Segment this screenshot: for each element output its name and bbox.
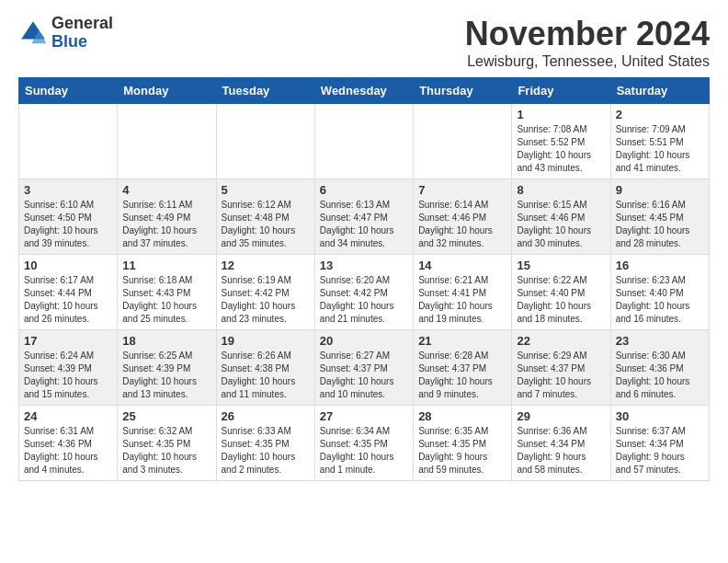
day-number: 16 <box>616 259 704 272</box>
calendar-cell: 1Sunrise: 7:08 AM Sunset: 5:52 PM Daylig… <box>512 104 610 179</box>
weekday-header-tuesday: Tuesday <box>216 78 314 104</box>
calendar-cell: 27Sunrise: 6:34 AM Sunset: 4:35 PM Dayli… <box>314 406 413 481</box>
day-number: 28 <box>418 409 506 423</box>
day-info: Sunrise: 6:26 AM Sunset: 4:38 PM Dayligh… <box>222 350 310 401</box>
calendar-cell: 28Sunrise: 6:35 AM Sunset: 4:35 PM Dayli… <box>414 406 512 481</box>
day-info: Sunrise: 6:37 AM Sunset: 4:34 PM Dayligh… <box>616 425 704 477</box>
weekday-header-thursday: Thursday <box>414 78 512 104</box>
logo-text: General Blue <box>51 15 113 52</box>
calendar-cell: 7Sunrise: 6:14 AM Sunset: 4:46 PM Daylig… <box>414 179 512 255</box>
logo-icon <box>18 18 48 48</box>
calendar-cell: 25Sunrise: 6:32 AM Sunset: 4:35 PM Dayli… <box>118 406 216 481</box>
calendar-cell: 17Sunrise: 6:24 AM Sunset: 4:39 PM Dayli… <box>19 330 118 406</box>
day-number: 13 <box>320 259 408 272</box>
weekday-header-wednesday: Wednesday <box>314 78 413 104</box>
day-number: 20 <box>320 334 408 348</box>
title-block: November 2024 Lewisburg, Tennessee, Unit… <box>465 15 710 70</box>
day-info: Sunrise: 6:32 AM Sunset: 4:35 PM Dayligh… <box>122 425 210 477</box>
location-subtitle: Lewisburg, Tennessee, United States <box>465 53 710 70</box>
day-number: 7 <box>418 183 506 197</box>
day-number: 30 <box>616 409 704 423</box>
day-info: Sunrise: 6:13 AM Sunset: 4:47 PM Dayligh… <box>320 199 408 250</box>
day-number: 17 <box>24 334 112 348</box>
day-number: 6 <box>320 183 408 197</box>
day-number: 1 <box>517 108 605 121</box>
calendar-cell: 12Sunrise: 6:19 AM Sunset: 4:42 PM Dayli… <box>216 255 314 330</box>
day-number: 12 <box>222 259 310 272</box>
month-title: November 2024 <box>465 15 710 53</box>
day-number: 22 <box>517 334 605 348</box>
day-info: Sunrise: 6:34 AM Sunset: 4:35 PM Dayligh… <box>320 425 408 477</box>
calendar-cell: 18Sunrise: 6:25 AM Sunset: 4:39 PM Dayli… <box>118 330 216 406</box>
day-info: Sunrise: 6:25 AM Sunset: 4:39 PM Dayligh… <box>122 350 210 401</box>
calendar-cell: 14Sunrise: 6:21 AM Sunset: 4:41 PM Dayli… <box>414 255 512 330</box>
day-number: 27 <box>320 409 408 423</box>
day-info: Sunrise: 6:14 AM Sunset: 4:46 PM Dayligh… <box>418 199 506 250</box>
day-info: Sunrise: 6:11 AM Sunset: 4:49 PM Dayligh… <box>122 199 210 250</box>
calendar-cell: 30Sunrise: 6:37 AM Sunset: 4:34 PM Dayli… <box>610 406 709 481</box>
calendar-cell <box>216 104 314 179</box>
day-info: Sunrise: 6:27 AM Sunset: 4:37 PM Dayligh… <box>320 350 408 401</box>
logo: General Blue <box>18 15 113 52</box>
weekday-header-saturday: Saturday <box>610 78 709 104</box>
day-number: 19 <box>222 334 310 348</box>
calendar-week-row: 24Sunrise: 6:31 AM Sunset: 4:36 PM Dayli… <box>19 406 710 481</box>
day-number: 4 <box>122 183 210 197</box>
calendar-cell <box>19 104 118 179</box>
day-number: 11 <box>122 259 210 272</box>
day-info: Sunrise: 6:22 AM Sunset: 4:40 PM Dayligh… <box>517 274 605 326</box>
day-number: 15 <box>517 259 605 272</box>
day-number: 9 <box>616 183 704 197</box>
day-info: Sunrise: 6:20 AM Sunset: 4:42 PM Dayligh… <box>320 274 408 326</box>
calendar-cell: 6Sunrise: 6:13 AM Sunset: 4:47 PM Daylig… <box>314 179 413 255</box>
day-info: Sunrise: 6:33 AM Sunset: 4:35 PM Dayligh… <box>222 425 310 477</box>
calendar-cell: 23Sunrise: 6:30 AM Sunset: 4:36 PM Dayli… <box>610 330 709 406</box>
day-info: Sunrise: 6:30 AM Sunset: 4:36 PM Dayligh… <box>616 350 704 401</box>
calendar-cell: 2Sunrise: 7:09 AM Sunset: 5:51 PM Daylig… <box>610 104 709 179</box>
calendar-cell <box>414 104 512 179</box>
day-number: 10 <box>24 259 112 272</box>
calendar-cell: 19Sunrise: 6:26 AM Sunset: 4:38 PM Dayli… <box>216 330 314 406</box>
day-info: Sunrise: 6:16 AM Sunset: 4:45 PM Dayligh… <box>616 199 704 250</box>
calendar-cell: 15Sunrise: 6:22 AM Sunset: 4:40 PM Dayli… <box>512 255 610 330</box>
calendar-cell: 10Sunrise: 6:17 AM Sunset: 4:44 PM Dayli… <box>19 255 118 330</box>
calendar-week-row: 17Sunrise: 6:24 AM Sunset: 4:39 PM Dayli… <box>19 330 710 406</box>
day-info: Sunrise: 6:28 AM Sunset: 4:37 PM Dayligh… <box>418 350 506 401</box>
day-info: Sunrise: 6:10 AM Sunset: 4:50 PM Dayligh… <box>24 199 112 250</box>
day-info: Sunrise: 6:12 AM Sunset: 4:48 PM Dayligh… <box>222 199 310 250</box>
calendar-cell: 24Sunrise: 6:31 AM Sunset: 4:36 PM Dayli… <box>19 406 118 481</box>
calendar-cell: 11Sunrise: 6:18 AM Sunset: 4:43 PM Dayli… <box>118 255 216 330</box>
weekday-header-monday: Monday <box>118 78 216 104</box>
day-info: Sunrise: 6:23 AM Sunset: 4:40 PM Dayligh… <box>616 274 704 326</box>
day-info: Sunrise: 6:35 AM Sunset: 4:35 PM Dayligh… <box>418 425 506 477</box>
weekday-header-friday: Friday <box>512 78 610 104</box>
calendar-cell: 13Sunrise: 6:20 AM Sunset: 4:42 PM Dayli… <box>314 255 413 330</box>
calendar-cell: 5Sunrise: 6:12 AM Sunset: 4:48 PM Daylig… <box>216 179 314 255</box>
calendar-cell: 22Sunrise: 6:29 AM Sunset: 4:37 PM Dayli… <box>512 330 610 406</box>
page-header: General Blue November 2024 Lewisburg, Te… <box>18 15 710 70</box>
day-info: Sunrise: 6:21 AM Sunset: 4:41 PM Dayligh… <box>418 274 506 326</box>
calendar-week-row: 10Sunrise: 6:17 AM Sunset: 4:44 PM Dayli… <box>19 255 710 330</box>
weekday-header-sunday: Sunday <box>19 78 118 104</box>
calendar-week-row: 3Sunrise: 6:10 AM Sunset: 4:50 PM Daylig… <box>19 179 710 255</box>
calendar-table: SundayMondayTuesdayWednesdayThursdayFrid… <box>18 77 710 481</box>
day-info: Sunrise: 6:17 AM Sunset: 4:44 PM Dayligh… <box>24 274 112 326</box>
day-number: 5 <box>222 183 310 197</box>
calendar-cell: 16Sunrise: 6:23 AM Sunset: 4:40 PM Dayli… <box>610 255 709 330</box>
day-number: 25 <box>122 409 210 423</box>
day-info: Sunrise: 6:18 AM Sunset: 4:43 PM Dayligh… <box>122 274 210 326</box>
calendar-cell: 26Sunrise: 6:33 AM Sunset: 4:35 PM Dayli… <box>216 406 314 481</box>
calendar-cell: 3Sunrise: 6:10 AM Sunset: 4:50 PM Daylig… <box>19 179 118 255</box>
day-number: 21 <box>418 334 506 348</box>
day-number: 24 <box>24 409 112 423</box>
day-info: Sunrise: 6:36 AM Sunset: 4:34 PM Dayligh… <box>517 425 605 477</box>
day-number: 23 <box>616 334 704 348</box>
calendar-cell: 20Sunrise: 6:27 AM Sunset: 4:37 PM Dayli… <box>314 330 413 406</box>
day-info: Sunrise: 6:15 AM Sunset: 4:46 PM Dayligh… <box>517 199 605 250</box>
day-info: Sunrise: 6:24 AM Sunset: 4:39 PM Dayligh… <box>24 350 112 401</box>
calendar-cell: 9Sunrise: 6:16 AM Sunset: 4:45 PM Daylig… <box>610 179 709 255</box>
day-number: 26 <box>222 409 310 423</box>
calendar-cell: 21Sunrise: 6:28 AM Sunset: 4:37 PM Dayli… <box>414 330 512 406</box>
day-number: 8 <box>517 183 605 197</box>
calendar-cell <box>314 104 413 179</box>
